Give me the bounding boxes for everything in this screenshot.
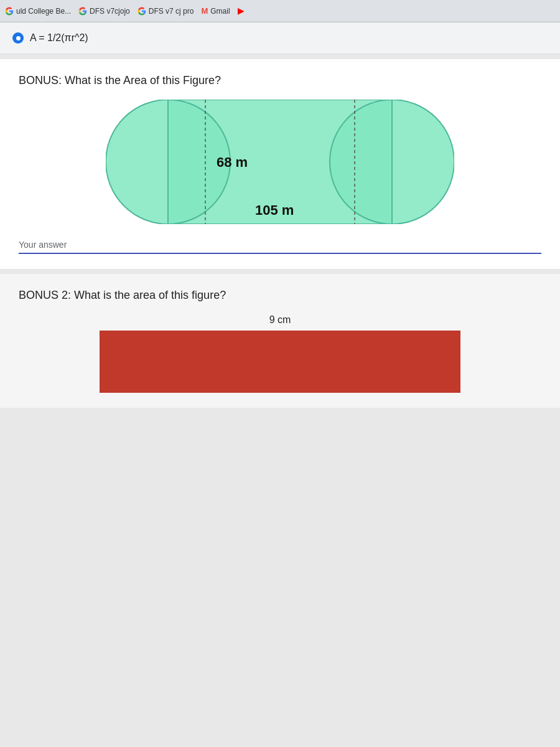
red-rectangle: [100, 331, 460, 393]
tab-dfs1[interactable]: DFS v7cjojo: [78, 7, 130, 16]
gmail-icon: M: [201, 6, 208, 16]
google-icon-3: [138, 7, 146, 16]
tab-dfs2-label: DFS v7 cj pro: [149, 7, 194, 16]
bonus2-card: BONUS 2: What is the area of this figure…: [0, 274, 560, 408]
answer-section[interactable]: Your answer: [19, 239, 541, 254]
radio-selected[interactable]: [12, 32, 24, 44]
bonus2-figure-container: 9 cm: [19, 314, 541, 393]
answer-label: Your answer: [19, 240, 67, 250]
stadium-shape: 68 m 105 m: [106, 100, 454, 224]
bonus2-title: BONUS 2: What is the area of this figure…: [19, 289, 541, 302]
bonus1-figure-container: 68 m 105 m: [19, 100, 541, 224]
svg-text:105 m: 105 m: [255, 202, 294, 218]
tab-gmail-label: Gmail: [210, 7, 230, 16]
tab-college-label: uld College Be...: [16, 7, 71, 16]
tab-dfs1-label: DFS v7cjojo: [90, 7, 130, 16]
tab-bar: uld College Be... DFS v7cjojo DFS v7 cj …: [0, 0, 560, 22]
google-icon-2: [78, 7, 87, 16]
youtube-icon: ▶: [238, 6, 244, 16]
bonus1-title: BONUS: What is the Area of this Figure?: [19, 74, 541, 87]
nine-cm-label: 9 cm: [100, 314, 460, 326]
tab-gmail[interactable]: M Gmail: [201, 6, 230, 16]
bonus1-card: BONUS: What is the Area of this Figure? …: [0, 59, 560, 269]
radio-option-label: A = 1/2(πr^2): [30, 32, 88, 44]
svg-text:68 m: 68 m: [217, 154, 248, 170]
radio-option-section: A = 1/2(πr^2): [0, 22, 560, 54]
tab-dfs2[interactable]: DFS v7 cj pro: [138, 7, 194, 16]
tab-college[interactable]: uld College Be...: [5, 7, 71, 16]
google-icon-1: [5, 7, 14, 16]
tab-youtube[interactable]: ▶: [238, 6, 244, 16]
